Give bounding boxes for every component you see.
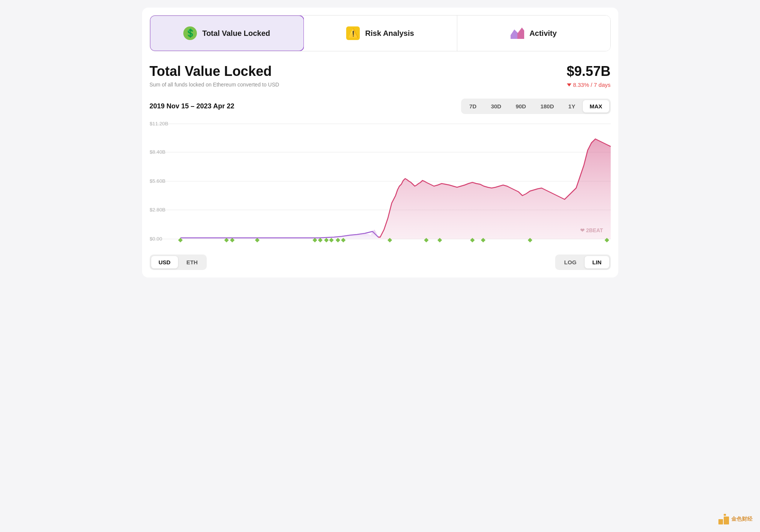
- tab-tvl-label: Total Value Locked: [202, 29, 270, 38]
- section-subtitle: Sum of all funds locked on Ethereum conv…: [150, 82, 279, 88]
- chart-svg: $11.20B $8.40B $5.60B $2.80B $0.00: [150, 120, 611, 248]
- tabs-bar: 💲 Total Value Locked ⚠️ Risk Analysis Ac…: [150, 15, 611, 51]
- currency-btn-usd[interactable]: USD: [151, 256, 178, 268]
- tab-tvl[interactable]: 💲 Total Value Locked: [150, 15, 304, 51]
- tvl-amount: $9.57B: [567, 63, 610, 79]
- section-title: Total Value Locked: [150, 63, 279, 79]
- chart-area: $11.20B $8.40B $5.60B $2.80B $0.00: [150, 120, 611, 248]
- down-arrow-icon: [567, 83, 571, 86]
- currency-buttons-group: USD ETH: [150, 254, 207, 270]
- svg-marker-13: [224, 238, 229, 242]
- time-btn-90d[interactable]: 90D: [509, 100, 533, 113]
- tvl-icon: 💲: [183, 26, 197, 40]
- watermark-text: ❤ 2BEAT: [580, 227, 603, 233]
- tab-activity[interactable]: Activity: [457, 15, 610, 51]
- brand-name: 金色财经: [731, 516, 752, 523]
- bottom-controls: USD ETH LOG LIN: [150, 254, 611, 270]
- svg-text:$5.60B: $5.60B: [150, 178, 166, 184]
- chart-controls: 2019 Nov 15 – 2023 Apr 22 7D 30D 90D 180…: [150, 99, 611, 114]
- tvl-change-value: 8.33% / 7 days: [573, 82, 610, 88]
- scale-btn-log[interactable]: LOG: [557, 256, 584, 268]
- time-buttons-group: 7D 30D 90D 180D 1Y MAX: [461, 99, 611, 114]
- section-title-group: Total Value Locked Sum of all funds lock…: [150, 63, 279, 88]
- svg-marker-19: [329, 238, 333, 242]
- main-container: 💲 Total Value Locked ⚠️ Risk Analysis Ac…: [142, 8, 618, 278]
- svg-text:$11.20B: $11.20B: [150, 121, 168, 126]
- time-btn-30d[interactable]: 30D: [484, 100, 508, 113]
- svg-marker-17: [318, 238, 322, 242]
- activity-icon: [511, 26, 524, 40]
- time-btn-7d[interactable]: 7D: [463, 100, 483, 113]
- svg-marker-18: [324, 238, 328, 242]
- time-btn-1y[interactable]: 1Y: [562, 100, 582, 113]
- svg-marker-1: [517, 28, 524, 39]
- tab-activity-label: Activity: [529, 29, 557, 38]
- tab-risk[interactable]: ⚠️ Risk Analysis: [304, 15, 457, 51]
- chart-watermark: ❤ 2BEAT: [580, 227, 603, 233]
- risk-icon: ⚠️: [346, 26, 360, 40]
- svg-rect-31: [724, 514, 726, 516]
- date-range: 2019 Nov 15 – 2023 Apr 22: [150, 102, 234, 110]
- scale-btn-lin[interactable]: LIN: [585, 256, 609, 268]
- svg-text:$8.40B: $8.40B: [150, 149, 166, 155]
- time-btn-180d[interactable]: 180D: [534, 100, 561, 113]
- time-btn-max[interactable]: MAX: [583, 100, 609, 113]
- svg-marker-16: [313, 238, 317, 242]
- svg-text:$0.00: $0.00: [150, 236, 162, 242]
- svg-text:$2.80B: $2.80B: [150, 207, 166, 213]
- currency-btn-eth[interactable]: ETH: [179, 256, 205, 268]
- scale-buttons-group: LOG LIN: [555, 254, 611, 270]
- svg-rect-29: [718, 519, 723, 524]
- svg-marker-12: [178, 238, 183, 242]
- section-header: Total Value Locked Sum of all funds lock…: [150, 63, 611, 88]
- brand-watermark: 金色财经: [718, 514, 752, 524]
- tab-risk-label: Risk Analysis: [365, 29, 414, 38]
- svg-marker-15: [255, 238, 259, 242]
- svg-rect-30: [724, 517, 729, 524]
- svg-marker-14: [230, 238, 234, 242]
- tvl-value-group: $9.57B 8.33% / 7 days: [567, 63, 610, 88]
- brand-logo-icon: [718, 514, 729, 524]
- tvl-change: 8.33% / 7 days: [567, 82, 610, 88]
